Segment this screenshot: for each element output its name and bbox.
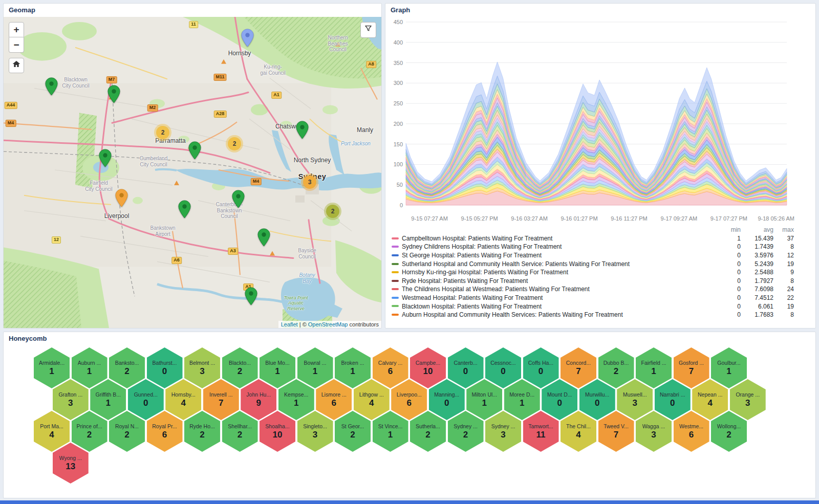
series-color-swatch <box>392 246 399 248</box>
honeycomb-cell[interactable]: Concord...7 <box>561 347 596 388</box>
green-pin[interactable] <box>178 200 191 218</box>
honeycomb-cell[interactable]: Mount D...0 <box>542 379 577 420</box>
honeycomb-cell[interactable]: Armidale...1 <box>34 347 70 388</box>
honeycomb-cell[interactable]: Manning...0 <box>429 379 465 420</box>
legend-series-name[interactable]: Westmead Hospital: Patients Waiting For … <box>392 294 715 301</box>
zoom-out-button[interactable]: − <box>9 37 24 53</box>
legend-header-min[interactable]: min <box>715 226 741 233</box>
honeycomb-cell[interactable]: Wagga ...3 <box>636 411 672 452</box>
marker-cluster[interactable]: 2 <box>228 137 241 150</box>
openstreetmap-link[interactable]: OpenStreetMap <box>308 321 348 327</box>
honeycomb-cell[interactable]: Narrabri ...0 <box>655 379 691 420</box>
honeycomb-cell[interactable]: Moree D...1 <box>504 379 540 420</box>
map-home-button[interactable] <box>9 58 24 73</box>
honeycomb-cell[interactable]: Lithgow ...4 <box>354 379 390 420</box>
honeycomb-cell[interactable]: Muswell...3 <box>617 379 653 420</box>
honeycomb-cell[interactable]: Dubbo B...2 <box>598 347 634 388</box>
honeycomb-cell[interactable]: Grafton ...3 <box>53 379 89 420</box>
stacked-area-chart[interactable]: 0501001502002503003504004509-15 07:27 AM… <box>387 18 812 225</box>
honeycomb-cell[interactable]: Griffith B...1 <box>90 379 126 420</box>
honeycomb-cell[interactable]: Prince of...2 <box>72 411 107 452</box>
legend-max-value: 12 <box>773 252 794 259</box>
honeycomb-cell[interactable]: Orange ...3 <box>730 379 766 420</box>
honeycomb-cell[interactable]: Sydney ...2 <box>448 411 484 452</box>
legend-series-name[interactable]: Hornsby Ku-ring-gai Hospital: Patients W… <box>392 269 715 276</box>
honeycomb-cell[interactable]: Tamwort...11 <box>523 411 559 452</box>
honeycomb-cell[interactable]: Campbe...10 <box>410 347 446 388</box>
marker-cluster[interactable]: 2 <box>156 126 169 139</box>
honeycomb-cell[interactable]: Blackto...2 <box>222 347 258 388</box>
honeycomb-cell[interactable]: Wyong ...13 <box>53 443 89 484</box>
honeycomb-cell[interactable]: Bowral ...1 <box>297 347 333 388</box>
honeycomb-cell[interactable]: Kempse...1 <box>278 379 314 420</box>
green-pin[interactable] <box>107 85 120 103</box>
legend-series-name[interactable]: Auburn Hospital and Community Health Ser… <box>392 311 715 318</box>
legend-header-avg[interactable]: avg <box>741 226 773 233</box>
honeycomb-cell[interactable]: Westme...6 <box>674 411 709 452</box>
green-pin[interactable] <box>45 77 58 96</box>
honeycomb-cell[interactable]: Milton Ul...1 <box>466 379 502 420</box>
honeycomb-cell[interactable]: Wollong...2 <box>711 411 747 452</box>
honeycomb-cell[interactable]: Tweed V...7 <box>598 411 634 452</box>
honeycomb-cell[interactable]: Fairfield ...1 <box>636 347 672 388</box>
honeycomb-cell[interactable]: Broken ...1 <box>335 347 371 388</box>
honeycomb-cell[interactable]: Royal N...2 <box>109 411 145 452</box>
honeycomb-cell[interactable]: Hornsby...4 <box>165 379 201 420</box>
honeycomb-cell[interactable]: Sydney ...3 <box>485 411 521 452</box>
honeycomb-cell[interactable]: Banksto...2 <box>109 347 145 388</box>
legend-series-name[interactable]: Sutherland Hospital and Community Health… <box>392 260 715 268</box>
honeycomb-cell[interactable]: Goulbur...1 <box>711 347 747 388</box>
honeycomb-cell[interactable]: Liverpoo...6 <box>391 379 427 420</box>
green-pin[interactable] <box>99 149 112 167</box>
honeycomb-cell[interactable]: Belmont ...3 <box>184 347 220 388</box>
honeycomb-cell[interactable]: St Vince...1 <box>373 411 408 452</box>
honeycomb-cell[interactable]: Port Ma...4 <box>34 411 70 452</box>
legend-series-name[interactable]: The Childrens Hospital at Westmead: Pati… <box>392 286 715 293</box>
green-pin[interactable] <box>296 121 309 139</box>
honeycomb-cell[interactable]: Auburn ...1 <box>72 347 107 388</box>
honeycomb-cell[interactable]: Sutherla...2 <box>410 411 446 452</box>
honeycomb-cell[interactable]: Cessnoc...0 <box>485 347 521 388</box>
honeycomb-cell[interactable]: John Hu...9 <box>241 379 276 420</box>
honeycomb-cell[interactable]: Nepean ...4 <box>692 379 728 420</box>
blue-pin[interactable] <box>241 29 254 47</box>
honeycomb-cell[interactable]: Shellhar...2 <box>222 411 258 452</box>
orange-pin[interactable] <box>115 189 128 207</box>
green-pin[interactable] <box>188 141 201 160</box>
legend-series-name[interactable]: Sydney Childrens Hospital: Patients Wait… <box>392 243 715 250</box>
legend-series-name[interactable]: Ryde Hospital: Patients Waiting For Trea… <box>392 277 715 284</box>
honeycomb-cell[interactable]: Royal Pr...6 <box>147 411 183 452</box>
legend-series-name[interactable]: Campbelltown Hospital: Patients Waiting … <box>392 235 715 242</box>
green-pin[interactable] <box>257 228 270 247</box>
marker-cluster[interactable]: 3 <box>303 176 316 189</box>
honeycomb-cell[interactable]: Calvary ...6 <box>373 347 408 388</box>
honeycomb-cell[interactable]: Singleto...3 <box>297 411 333 452</box>
map-canvas[interactable]: HornsbyChatswoodParramattaNorth SydneySy… <box>4 17 381 328</box>
honeycomb-cell[interactable]: Coffs Ha...0 <box>523 347 559 388</box>
map-filter-button[interactable] <box>360 22 376 38</box>
leaflet-link[interactable]: Leaflet <box>281 321 298 327</box>
marker-cluster[interactable]: 2 <box>326 205 339 218</box>
honeycomb-cell[interactable]: Shoalha...10 <box>260 411 295 452</box>
legend-header-max[interactable]: max <box>773 226 794 233</box>
honeycomb-cell[interactable]: Gunned...0 <box>128 379 164 420</box>
honeycomb-cell-value: 0 <box>463 366 468 377</box>
honeycomb-cell-value: 13 <box>66 462 75 472</box>
legend-series-name[interactable]: St George Hospital: Patients Waiting For… <box>392 252 715 259</box>
honeycomb-cell[interactable]: Canterb...0 <box>448 347 484 388</box>
honeycomb-cell[interactable]: Ryde Ho...2 <box>184 411 220 452</box>
green-pin[interactable] <box>245 287 257 305</box>
series-color-swatch <box>392 288 399 290</box>
honeycomb-cell-name: Tweed V... <box>604 423 629 429</box>
honeycomb-cell[interactable]: Blue Mo...1 <box>260 347 295 388</box>
green-pin[interactable] <box>232 190 245 208</box>
honeycomb-cell[interactable]: Lismore ...6 <box>316 379 352 420</box>
zoom-in-button[interactable]: + <box>9 22 24 37</box>
honeycomb-cell[interactable]: Bathurst...0 <box>147 347 183 388</box>
honeycomb-cell[interactable]: Murwillu...0 <box>579 379 615 420</box>
honeycomb-cell[interactable]: Gosford ...7 <box>674 347 709 388</box>
honeycomb-cell[interactable]: The Chil...4 <box>561 411 596 452</box>
honeycomb-cell[interactable]: St Geor...2 <box>335 411 371 452</box>
legend-series-name[interactable]: Blacktown Hospital: Patients Waiting For… <box>392 303 715 310</box>
honeycomb-cell[interactable]: Inverell ...7 <box>203 379 239 420</box>
